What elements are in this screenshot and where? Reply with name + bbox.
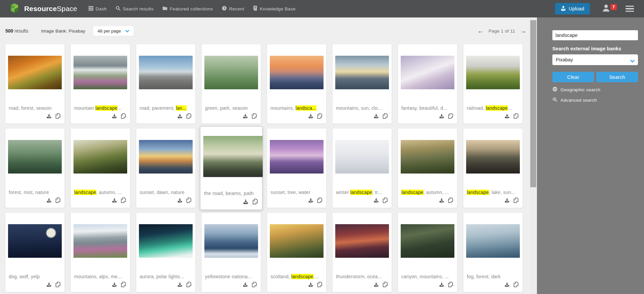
copy-icon[interactable]	[121, 113, 126, 120]
result-card[interactable]: canyon, mountains, ...	[398, 213, 457, 292]
copy-icon[interactable]	[121, 197, 126, 204]
result-card[interactable]: scotland, landscape,...	[267, 213, 326, 292]
copy-icon[interactable]	[383, 113, 388, 120]
result-card[interactable]: mountain landscape...	[71, 44, 130, 124]
download-icon[interactable]	[439, 113, 444, 120]
download-icon[interactable]	[504, 198, 510, 204]
result-card[interactable]: winter landscape, tr...	[333, 129, 392, 208]
user-menu[interactable]: 7	[601, 3, 617, 14]
copy-icon[interactable]	[252, 113, 257, 120]
per-page-select[interactable]: 48 per page	[93, 26, 134, 36]
result-card[interactable]: landscape, lake, sun...	[463, 129, 523, 208]
download-icon[interactable]	[243, 199, 249, 206]
copy-icon[interactable]	[317, 197, 322, 204]
download-icon[interactable]	[504, 282, 510, 289]
copy-icon[interactable]	[383, 197, 388, 204]
result-card[interactable]: landscape, autumn, ...	[71, 129, 130, 208]
copy-icon[interactable]	[252, 199, 258, 206]
download-icon[interactable]	[177, 198, 183, 204]
download-icon[interactable]	[243, 113, 248, 120]
nav-item-recent[interactable]: Recent	[222, 6, 244, 12]
download-icon[interactable]	[112, 198, 117, 204]
search-sidebar: Search external image banks Pixabay Clea…	[537, 17, 644, 294]
download-icon[interactable]	[374, 198, 379, 204]
download-icon[interactable]	[504, 113, 510, 120]
download-icon[interactable]	[46, 198, 52, 204]
download-icon[interactable]	[243, 282, 248, 289]
result-card[interactable]: railroad, landscape...	[463, 44, 523, 124]
copy-icon[interactable]	[317, 282, 322, 289]
provider-select[interactable]: Pixabay	[552, 54, 638, 65]
copy-icon[interactable]	[513, 113, 518, 120]
result-caption: landscape, autumn, ...	[73, 190, 127, 195]
copy-icon[interactable]	[317, 113, 322, 120]
nav-item-search-results[interactable]: Search results	[115, 6, 154, 12]
brand[interactable]: ResourceSpace	[9, 2, 77, 15]
download-icon[interactable]	[177, 282, 183, 289]
upload-button[interactable]: Upload	[555, 3, 590, 14]
prev-page-arrow[interactable]: ←	[478, 28, 484, 34]
result-card[interactable]: fog, forest, dark	[463, 213, 523, 292]
download-icon[interactable]	[308, 113, 313, 120]
search-input[interactable]	[552, 30, 638, 40]
download-icon[interactable]	[439, 282, 444, 289]
copy-icon[interactable]	[513, 197, 518, 204]
advanced-search-link[interactable]: Advanced search	[552, 97, 638, 103]
result-card[interactable]: green, park, season	[202, 44, 261, 124]
download-icon[interactable]	[46, 113, 52, 120]
result-card[interactable]: dog, wolf, yelp	[5, 213, 64, 292]
hamburger-menu-icon[interactable]	[626, 6, 634, 12]
clear-button[interactable]: Clear	[552, 72, 594, 82]
nav-item-dash[interactable]: Dash	[89, 6, 107, 12]
download-icon[interactable]	[177, 113, 183, 120]
result-card[interactable]: the road, beams, path	[200, 127, 262, 210]
copy-icon[interactable]	[252, 282, 257, 289]
download-icon[interactable]	[112, 282, 117, 289]
result-card[interactable]: mountains, sun, clo...	[333, 44, 392, 124]
copy-icon[interactable]	[448, 282, 453, 289]
copy-icon[interactable]	[383, 282, 388, 289]
result-card[interactable]: yellowstone nationa...	[202, 213, 261, 292]
result-card[interactable]: mountains, landsca...	[267, 44, 326, 124]
result-card[interactable]: landscape, autumn, ...	[398, 129, 457, 208]
copy-icon[interactable]	[448, 113, 453, 120]
result-card[interactable]: sunset, dawn, nature	[136, 129, 195, 208]
nav-item-knowledge-base[interactable]: Knowledge Base	[253, 6, 296, 12]
result-card[interactable]: sunset, tree, water	[267, 129, 326, 208]
card-bottom: landscape, lake, sun...	[466, 190, 520, 204]
result-thumbnail	[335, 140, 389, 174]
geographic-search-link[interactable]: Geographic search	[552, 87, 638, 93]
download-icon[interactable]	[308, 282, 313, 289]
download-icon[interactable]	[46, 282, 52, 289]
copy-icon[interactable]	[448, 197, 453, 204]
copy-icon[interactable]	[55, 197, 60, 204]
copy-icon[interactable]	[55, 113, 60, 120]
scrollbar-thumb[interactable]	[530, 20, 536, 187]
copy-icon[interactable]	[55, 282, 60, 289]
download-icon[interactable]	[374, 282, 379, 289]
notification-badge[interactable]: 7	[610, 4, 617, 10]
result-card[interactable]: fantasy, beautiful, d...	[398, 44, 457, 124]
result-card[interactable]: road, pavement, lan...	[136, 44, 195, 124]
download-icon[interactable]	[439, 198, 444, 204]
result-caption: fantasy, beautiful, d...	[401, 105, 454, 111]
search-button[interactable]: Search	[596, 72, 638, 82]
copy-icon[interactable]	[121, 282, 126, 289]
next-page-arrow[interactable]: →	[520, 28, 526, 34]
result-card[interactable]: road, forest, season	[5, 44, 64, 124]
result-card[interactable]: mountains, alps, me...	[71, 213, 130, 292]
download-icon[interactable]	[308, 198, 313, 204]
copy-icon[interactable]	[513, 282, 518, 289]
copy-icon[interactable]	[186, 113, 191, 120]
copy-icon[interactable]	[186, 197, 191, 204]
result-caption: fog, forest, dark	[466, 274, 520, 279]
result-card[interactable]: forest, mist, nature	[5, 129, 64, 208]
clock-icon	[222, 6, 227, 12]
card-actions	[204, 113, 258, 120]
download-icon[interactable]	[374, 113, 379, 120]
nav-item-featured-collections[interactable]: Featured collections	[162, 6, 213, 11]
result-card[interactable]: thunderstorm, ocea...	[333, 213, 392, 292]
copy-icon[interactable]	[186, 282, 191, 289]
result-card[interactable]: aurora, polar lights...	[136, 213, 195, 292]
download-icon[interactable]	[112, 113, 117, 120]
